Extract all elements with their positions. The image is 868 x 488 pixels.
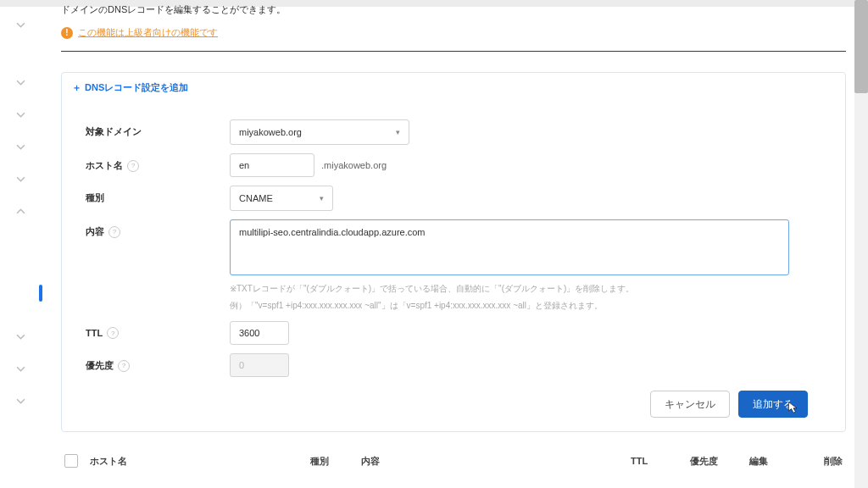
panel-title: DNSレコード設定を追加: [85, 81, 188, 94]
th-type: 種別: [310, 455, 361, 468]
sidebar-active-indicator: [39, 285, 42, 302]
help-icon[interactable]: ?: [108, 226, 120, 238]
cursor-icon: [787, 401, 800, 414]
label-target-domain: 対象ドメイン: [86, 119, 230, 138]
dns-records-table-header: ホスト名 種別 内容 TTL 優先度 編集 削除: [61, 454, 846, 468]
content-hint-2: 例）「"v=spf1 +ip4:xxx.xxx.xxx.xxx ~all"」は「…: [230, 299, 789, 313]
plus-icon: ＋: [72, 81, 81, 94]
label-ttl: TTL: [86, 328, 103, 338]
submit-add-button[interactable]: 追加する: [738, 391, 808, 418]
sidebar-toggle-7[interactable]: [0, 320, 41, 352]
record-type-select[interactable]: CNAME ▾: [230, 186, 333, 211]
page-description: ドメインのDNSレコードを編集することができます。: [61, 3, 846, 16]
section-divider: [61, 51, 846, 52]
add-dns-record-panel: ＋ DNSレコード設定を追加 対象ドメイン miyakoweb.org ▾ ホス…: [61, 72, 846, 432]
sidebar-toggle-6[interactable]: [0, 195, 41, 227]
target-domain-value: miyakoweb.org: [239, 127, 302, 137]
main-content: ドメインのDNSレコードを編集することができます。 ! この機能は上級者向けの機…: [61, 0, 846, 488]
target-domain-select[interactable]: miyakoweb.org ▾: [230, 119, 409, 145]
warning-banner: ! この機能は上級者向けの機能です: [61, 26, 846, 39]
chevron-down-icon: ▾: [320, 194, 324, 202]
panel-header[interactable]: ＋ DNSレコード設定を追加: [62, 73, 845, 103]
label-record-type: 種別: [86, 186, 230, 204]
sidebar-toggle-9[interactable]: [0, 385, 41, 417]
select-all-checkbox[interactable]: [64, 454, 78, 468]
scrollbar-thumb[interactable]: [854, 0, 868, 93]
th-ttl: TTL: [631, 456, 690, 466]
th-content: 内容: [361, 455, 631, 468]
ttl-input[interactable]: [230, 321, 289, 345]
th-edit: 編集: [749, 455, 800, 468]
priority-input: [230, 353, 289, 377]
vertical-scrollbar[interactable]: [854, 0, 868, 488]
help-icon[interactable]: ?: [107, 327, 119, 339]
th-priority: 優先度: [690, 455, 749, 468]
help-icon[interactable]: ?: [127, 160, 139, 172]
left-sidebar: [0, 8, 42, 488]
sidebar-toggle-1[interactable]: [0, 8, 41, 41]
th-hostname: ホスト名: [90, 455, 310, 468]
hostname-suffix: .miyakoweb.org: [321, 160, 387, 170]
help-icon[interactable]: ?: [118, 360, 130, 372]
record-type-value: CNAME: [239, 193, 273, 203]
label-content: 内容: [86, 225, 104, 238]
sidebar-toggle-4[interactable]: [0, 130, 41, 163]
chevron-down-icon: ▾: [396, 128, 400, 136]
cancel-button[interactable]: キャンセル: [650, 391, 730, 418]
content-hint-1: ※TXTレコードが「"(ダブルクォート)」で括っている場合、自動的に「"(ダブル…: [230, 282, 789, 296]
content-textarea[interactable]: [230, 219, 789, 275]
sidebar-toggle-8[interactable]: [0, 352, 41, 385]
warning-icon: !: [61, 27, 73, 39]
warning-link[interactable]: この機能は上級者向けの機能です: [78, 26, 218, 39]
sidebar-toggle-5[interactable]: [0, 163, 41, 195]
sidebar-toggle-3[interactable]: [0, 98, 41, 130]
label-priority: 優先度: [86, 359, 114, 372]
sidebar-toggle-2[interactable]: [0, 66, 41, 98]
label-hostname: ホスト名: [86, 159, 123, 172]
th-delete: 削除: [800, 455, 843, 468]
hostname-input[interactable]: [230, 153, 314, 177]
